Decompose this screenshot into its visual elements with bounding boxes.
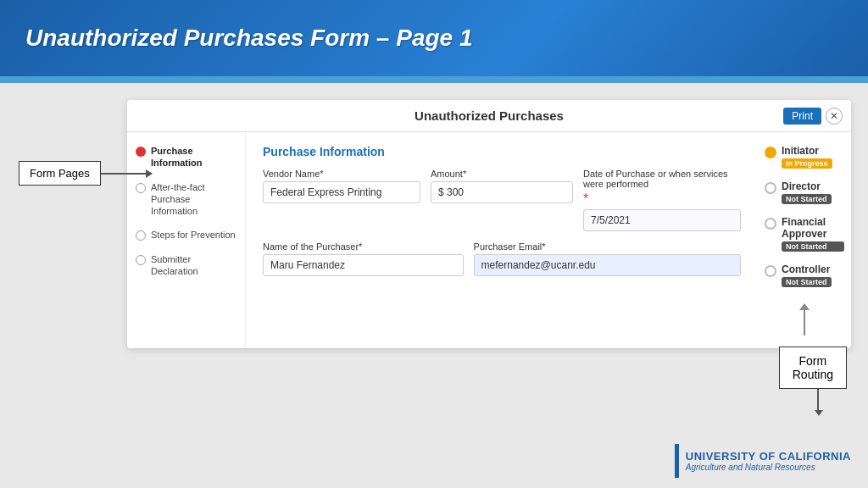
fields-row-2: Name of the Purchaser* Purchaser Email* — [263, 241, 741, 276]
form-fields: Purchase Information Vendor Name* Amount… — [246, 132, 758, 348]
email-label: Purchaser Email* — [474, 241, 741, 252]
step-prevention[interactable]: Steps for Prevention — [136, 229, 236, 241]
routing-badge-director: Not Started — [782, 194, 832, 204]
routing-badge-initiator: In Progress — [782, 158, 832, 169]
date-label: Date of Purchase or when services were p… — [583, 169, 741, 189]
routing-info-initiator: Initiator In Progress — [782, 145, 832, 169]
page-header: Unauthorized Purchases Form – Page 1 — [0, 0, 868, 76]
routing-name-financial: Financial Approver — [782, 216, 844, 240]
routing-arrow-line — [804, 310, 805, 336]
routing-name-initiator: Initiator — [782, 145, 832, 157]
routing-badge-controller: Not Started — [782, 277, 832, 287]
uc-logo: UNIVERSITY OF CALIFORNIA Agriculture and… — [675, 444, 851, 478]
routing-info-controller: Controller Not Started — [782, 263, 832, 287]
amount-group: Amount* — [431, 169, 573, 203]
form-pages-label: Form Pages — [19, 161, 101, 186]
fields-row-1: Vendor Name* Amount* Date of Purchase or… — [263, 169, 741, 231]
uc-text: UNIVERSITY OF CALIFORNIA Agriculture and… — [686, 450, 851, 472]
step-dot-3 — [136, 255, 146, 265]
step-dot-active — [136, 147, 146, 157]
form-routing-text: FormRouting — [793, 354, 833, 381]
routing-info-financial: Financial Approver Not Started — [782, 216, 844, 252]
form-container: Unauthorized Purchases Print ✕ Purchase … — [127, 100, 851, 348]
routing-dot-director — [765, 182, 776, 194]
uc-main-text: UNIVERSITY OF CALIFORNIA — [686, 450, 851, 463]
step-declaration[interactable]: Submitter Declaration — [136, 253, 236, 278]
form-body: Purchase Information After-the-fact Purc… — [127, 132, 851, 348]
form-pages-arrow — [101, 173, 152, 175]
form-routing-arrowhead — [815, 410, 823, 416]
routing-badge-financial: Not Started — [782, 241, 844, 252]
close-button[interactable]: ✕ — [826, 108, 843, 125]
date-group: Date of Purchase or when services were p… — [583, 169, 741, 231]
amount-input[interactable] — [431, 181, 573, 203]
email-input[interactable] — [474, 254, 741, 276]
routing-arrowhead — [799, 303, 810, 310]
routing-info-director: Director Not Started — [782, 180, 832, 204]
uc-bar — [675, 444, 679, 478]
close-icon: ✕ — [830, 110, 838, 122]
amount-label: Amount* — [431, 169, 573, 179]
step-label-2: Steps for Prevention — [151, 229, 236, 241]
purchaser-label: Name of the Purchaser* — [263, 241, 464, 252]
date-required-asterisk: * — [583, 191, 741, 207]
routing-dot-initiator — [765, 147, 776, 158]
vendor-group: Vendor Name* — [263, 169, 420, 203]
vendor-input[interactable] — [263, 181, 420, 203]
vendor-label: Vendor Name* — [263, 169, 420, 179]
sub-header-stripe — [0, 76, 868, 83]
main-content: Unauthorized Purchases Print ✕ Purchase … — [0, 83, 868, 488]
routing-item-controller: Controller Not Started — [765, 263, 844, 287]
routing-arrow — [765, 303, 844, 336]
purchaser-input[interactable] — [263, 254, 464, 276]
purchaser-group: Name of the Purchaser* — [263, 241, 464, 276]
form-routing-callout: FormRouting — [779, 347, 847, 416]
form-routing-arrow-line — [817, 389, 819, 410]
form-title: Unauthorized Purchases — [415, 108, 564, 123]
form-header: Unauthorized Purchases Print ✕ — [127, 100, 851, 132]
email-group: Purchaser Email* — [474, 241, 741, 276]
routing-item-initiator: Initiator In Progress — [765, 145, 844, 169]
step-label-3: Submitter Declaration — [151, 253, 236, 278]
routing-item-financial: Financial Approver Not Started — [765, 216, 844, 252]
print-button[interactable]: Print — [783, 108, 821, 125]
routing-name-director: Director — [782, 180, 832, 192]
step-after-fact[interactable]: After-the-fact Purchase Information — [136, 181, 236, 218]
step-dot-2 — [136, 230, 146, 241]
date-input[interactable] — [583, 209, 741, 231]
page-title: Unauthorized Purchases Form – Page 1 — [25, 25, 473, 52]
routing-dot-controller — [765, 265, 776, 277]
section-title: Purchase Information — [263, 145, 741, 158]
form-routing-box: FormRouting — [779, 347, 847, 389]
routing-item-director: Director Not Started — [765, 180, 844, 204]
routing-panel: Initiator In Progress Director Not Start… — [758, 132, 851, 348]
routing-dot-financial — [765, 218, 776, 230]
step-label-0: Purchase Information — [151, 145, 236, 169]
uc-sub-text: Agriculture and Natural Resources — [686, 463, 851, 472]
form-pages-callout: Form Pages — [19, 161, 152, 186]
routing-name-controller: Controller — [782, 263, 832, 275]
step-label-1: After-the-fact Purchase Information — [151, 181, 236, 218]
